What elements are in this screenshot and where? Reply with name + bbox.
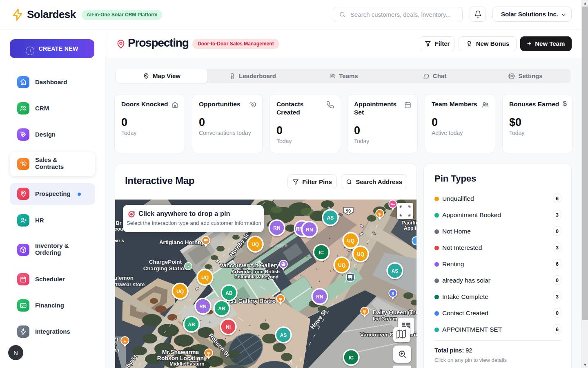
- svg-text:$: $: [392, 291, 394, 296]
- svg-text:Artworks from British: Artworks from British: [232, 269, 280, 274]
- svg-text:AB: AB: [218, 306, 225, 312]
- svg-text:Robson Location: Robson Location: [157, 355, 204, 361]
- svg-text:NI: NI: [226, 324, 231, 330]
- svg-text:e: e: [115, 342, 116, 347]
- svg-text:UQ: UQ: [347, 238, 354, 244]
- svg-text:Artigiano Hornby: Artigiano Hornby: [159, 239, 205, 245]
- svg-text:UQ: UQ: [176, 289, 184, 294]
- svg-text:RN: RN: [199, 304, 206, 310]
- svg-text:AB: AB: [188, 322, 195, 328]
- svg-text:Charging Station: Charging Station: [143, 265, 188, 272]
- svg-text:cou: cou: [115, 226, 123, 232]
- svg-text:ulemon: ulemon: [115, 275, 134, 281]
- svg-text:99: 99: [346, 209, 351, 213]
- svg-text:IC: IC: [349, 355, 354, 361]
- svg-text:Google: Google: [270, 242, 288, 248]
- svg-text:Applia: Applia: [404, 225, 417, 231]
- svg-text:Ice Cream: Ice Cream: [373, 316, 397, 322]
- svg-text:IC: IC: [319, 250, 324, 256]
- svg-text:Br: Br: [116, 220, 122, 226]
- svg-text:Mr.Shawarma: Mr.Shawarma: [162, 349, 199, 355]
- svg-text:RN: RN: [273, 225, 280, 231]
- svg-text:RN: RN: [296, 226, 303, 232]
- svg-text:nt: nt: [115, 337, 118, 341]
- svg-text:ChargePoint: ChargePoint: [149, 259, 182, 265]
- svg-text:RN: RN: [316, 294, 323, 300]
- svg-text:AS: AS: [392, 268, 399, 274]
- svg-text:UQ: UQ: [357, 251, 364, 257]
- svg-text:AS: AS: [327, 215, 334, 221]
- svg-text:Pacific: Pacific: [401, 220, 417, 226]
- svg-text:AS: AS: [280, 332, 287, 338]
- svg-text:UQ: UQ: [338, 263, 345, 268]
- svg-text:UQ: UQ: [201, 275, 209, 280]
- svg-text:RN: RN: [306, 227, 313, 233]
- svg-text:Middle Eastern: Middle Eastern: [169, 361, 204, 367]
- svg-text:Dairy Queen (Treat: Dairy Queen (Treat: [373, 309, 417, 316]
- svg-text:UQ: UQ: [252, 242, 259, 247]
- svg-text:an: an: [115, 348, 119, 352]
- svg-text:ear s: ear s: [115, 238, 124, 243]
- svg-text:AB: AB: [225, 290, 233, 296]
- svg-text:Vancouver Art Gallery: Vancouver Art Gallery: [220, 262, 279, 269]
- svg-text:rtswear store: rtswear store: [115, 282, 145, 287]
- svg-text:Columbia & beyond: Columbia & beyond: [234, 274, 278, 279]
